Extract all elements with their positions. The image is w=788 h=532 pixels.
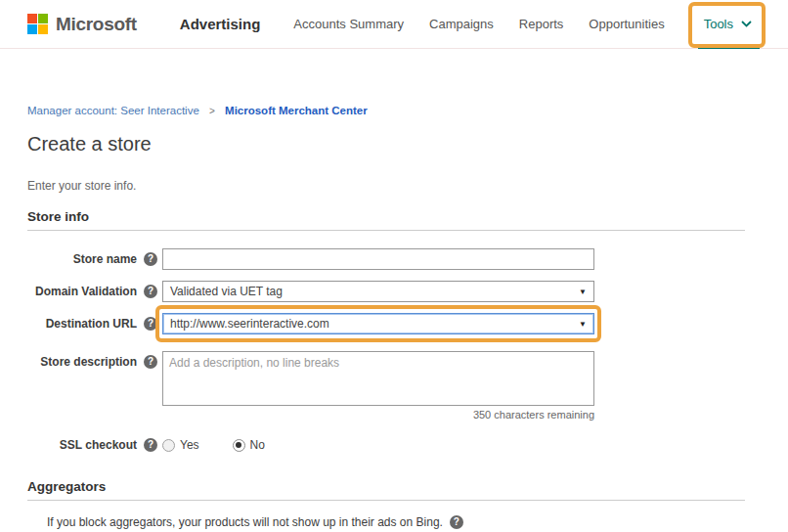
aggregators-info: If you block aggregators, your products … [47, 515, 745, 529]
domain-validation-value: Validated via UET tag [170, 285, 283, 298]
top-header: Microsoft Advertising Accounts Summary C… [0, 0, 788, 49]
help-icon[interactable]: ? [144, 355, 157, 369]
tab-reports[interactable]: Reports [519, 17, 564, 31]
store-description-row: Store description ? 350 characters remai… [27, 351, 745, 421]
store-description-textarea[interactable] [162, 351, 594, 406]
help-icon[interactable]: ? [450, 515, 463, 529]
top-nav: Accounts Summary Campaigns Reports Oppor… [293, 17, 788, 31]
breadcrumb: Manager account: Seer Interactive > Micr… [27, 105, 745, 116]
tab-opportunities[interactable]: Opportunities [589, 17, 664, 31]
tools-active-underline [698, 45, 760, 49]
section-header-aggregators: Aggregators [27, 479, 745, 501]
ssl-checkout-label: SSL checkout [27, 438, 137, 452]
domain-validation-row: Domain Validation ? Validated via UET ta… [27, 281, 745, 302]
section-header-store-info: Store info [27, 209, 745, 231]
ssl-no-label: No [250, 438, 265, 452]
store-name-row: Store name ? [27, 248, 745, 270]
ssl-no-radio[interactable]: No [233, 438, 265, 452]
store-name-input[interactable] [162, 248, 594, 270]
microsoft-logo-icon [27, 14, 48, 34]
radio-unchecked-icon [162, 439, 175, 452]
destination-url-select[interactable]: http://www.seerinteractive.com ▼ [162, 313, 594, 334]
help-icon[interactable]: ? [144, 438, 157, 452]
store-info-form: Store name ? Domain Validation ? Validat… [27, 248, 745, 452]
select-arrow-icon: ▼ [579, 320, 587, 329]
ssl-checkout-radio-group: Yes No [162, 438, 594, 452]
chevron-down-icon [741, 21, 752, 27]
brand-name: Microsoft [56, 14, 137, 35]
character-counter: 350 characters remaining [162, 409, 594, 421]
ssl-yes-label: Yes [180, 438, 199, 452]
store-description-label: Store description [27, 355, 137, 369]
tab-campaigns[interactable]: Campaigns [429, 17, 494, 31]
ssl-yes-radio[interactable]: Yes [162, 438, 199, 452]
breadcrumb-manager-account-link[interactable]: Manager account: Seer Interactive [27, 105, 199, 116]
breadcrumb-current-link[interactable]: Microsoft Merchant Center [225, 105, 368, 116]
page-title: Create a store [27, 133, 745, 155]
help-icon[interactable]: ? [144, 317, 157, 331]
aggregators-section: Aggregators If you block aggregators, yo… [27, 479, 745, 532]
radio-checked-icon [233, 439, 245, 452]
help-icon[interactable]: ? [144, 252, 157, 266]
select-arrow-icon: ▼ [579, 288, 587, 296]
destination-url-value: http://www.seerinteractive.com [170, 317, 329, 331]
breadcrumb-separator: > [209, 106, 215, 116]
ssl-checkout-row: SSL checkout ? Yes No [27, 438, 745, 452]
aggregators-info-text: If you block aggregators, your products … [47, 515, 443, 529]
domain-validation-label: Domain Validation [27, 285, 137, 298]
store-name-label: Store name [27, 252, 137, 266]
tab-tools[interactable]: Tools [702, 17, 754, 31]
tab-tools-label: Tools [704, 17, 733, 31]
domain-validation-select[interactable]: Validated via UET tag ▼ [162, 281, 594, 302]
page-subtitle: Enter your store info. [27, 179, 745, 193]
main-content: Manager account: Seer Interactive > Micr… [0, 105, 772, 532]
destination-url-row: Destination URL ? http://www.seerinterac… [27, 313, 745, 334]
help-icon[interactable]: ? [144, 285, 157, 298]
destination-url-label: Destination URL [27, 317, 137, 331]
tab-accounts-summary[interactable]: Accounts Summary [293, 17, 404, 31]
product-name: Advertising [180, 16, 261, 32]
